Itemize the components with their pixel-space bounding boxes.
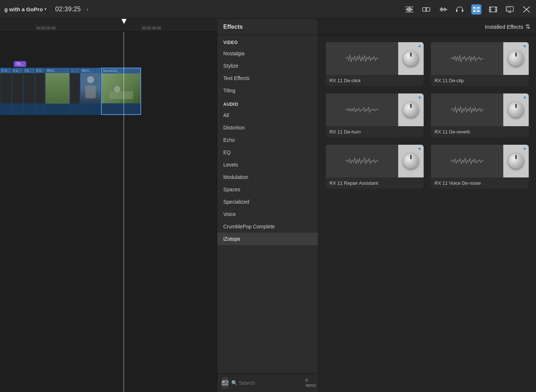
forward-arrow-icon[interactable]: ›	[87, 6, 88, 13]
waveform-area-de-hum	[326, 93, 398, 126]
effects-browse-icon[interactable]	[222, 377, 228, 389]
installed-panel-title: Installed Effects	[485, 24, 523, 30]
effects-item-crumblepop[interactable]: CrumblePop Complete	[217, 220, 318, 233]
clip-4[interactable]: 0914...	[45, 68, 70, 115]
waveform-area-de-click	[326, 42, 398, 75]
effects-item-specialized[interactable]: Specialized	[217, 196, 318, 208]
effects-item-levels[interactable]: Levels	[217, 159, 318, 171]
effects-item-eq[interactable]: EQ	[217, 146, 318, 159]
installed-panel: Installed Effects ⇅ RX 11 De-c	[319, 19, 536, 392]
effects-item-stylize[interactable]: Stylize	[217, 60, 318, 72]
waveform-area-repair	[326, 145, 398, 177]
clip-5-label: ...	[70, 68, 80, 73]
effect-card-repair-assistant[interactable]: RX 11 Repair Assistant	[326, 145, 424, 189]
effect-card-repair-label: RX 11 Repair Assistant	[326, 177, 424, 189]
toolbar-icons	[404, 4, 532, 15]
effect-card-de-reverb[interactable]: RX 11 De-reverb	[431, 93, 529, 137]
svg-rect-43	[85, 85, 96, 99]
timeline-area: Th... C 0.. 0 1.. ( 0.. 0 1. 0914...	[0, 32, 217, 392]
purple-clip-label[interactable]: Th...	[14, 61, 26, 67]
svg-rect-24	[477, 10, 480, 12]
clip-5[interactable]: ...	[70, 68, 80, 115]
effect-card-de-reverb-label: RX 11 De-reverb	[431, 126, 529, 137]
effects-panel-header: Effects	[217, 19, 318, 35]
effect-card-voice-denoise-label: RX 11 Voice De-noise	[431, 177, 529, 189]
title-chevron-icon: ▾	[44, 7, 47, 12]
effect-card-repair-thumb	[326, 145, 424, 177]
knob-voice-denoise	[508, 153, 524, 169]
waveform-area-voice-denoise	[431, 145, 503, 177]
effects-item-izotope[interactable]: iZotope	[217, 233, 318, 245]
knob-area-de-reverb	[503, 93, 529, 126]
clip-6-thumb	[80, 73, 101, 104]
effects-item-echo[interactable]: Echo	[217, 134, 318, 146]
effect-card-de-clip-thumb	[431, 42, 529, 75]
effect-card-de-hum[interactable]: RX 11 De-hum	[326, 93, 424, 137]
clip-6[interactable]: 0914...	[80, 68, 101, 115]
knob-repair	[403, 153, 419, 169]
clip-7[interactable]: 09142024_...	[101, 68, 141, 115]
clip-3[interactable]: 0 1.	[35, 68, 45, 115]
clip-0[interactable]: C 0..	[0, 68, 12, 115]
svg-rect-28	[489, 7, 491, 8]
effects-item-tiling[interactable]: Tiling	[217, 84, 318, 97]
svg-rect-22	[477, 7, 480, 9]
waveform-area-de-reverb	[431, 93, 503, 126]
search-container: 🔍	[231, 380, 303, 386]
effects-item-nostalgia[interactable]: Nostalgia	[217, 47, 318, 60]
effects-item-distortion[interactable]: Distortion	[217, 121, 318, 134]
effects-item-voice[interactable]: Voice	[217, 208, 318, 220]
effect-card-de-click-thumb	[326, 42, 424, 75]
installed-sort-icon[interactable]: ⇅	[525, 23, 530, 30]
knob-de-click	[403, 51, 419, 66]
timeline-tool-icon[interactable]	[404, 4, 415, 15]
headphone-icon[interactable]	[455, 4, 465, 15]
svg-rect-0	[406, 9, 407, 10]
effects-search-input[interactable]	[239, 380, 303, 386]
effect-card-de-hum-thumb	[326, 93, 424, 126]
knob-de-clip	[508, 51, 524, 66]
effects-item-spaces[interactable]: Spaces	[217, 183, 318, 196]
clip-2-thumb	[24, 73, 35, 104]
project-title[interactable]: g with a GoPro ▾	[4, 6, 47, 12]
knob-de-hum	[403, 102, 419, 117]
effects-list: VIDEO Nostalgia Stylize Text Effects Til…	[217, 35, 318, 373]
timecode-display: 02:39:25	[55, 5, 81, 13]
effect-card-de-click[interactable]: RX 11 De-click	[326, 42, 424, 86]
monitor-icon[interactable]	[505, 4, 515, 15]
effects-video-header: VIDEO	[217, 35, 318, 47]
effect-card-de-click-label: RX 11 De-click	[326, 75, 424, 86]
knob-area-voice-denoise	[503, 145, 529, 177]
close-view-icon[interactable]	[521, 4, 532, 15]
effect-card-de-hum-label: RX 11 De-hum	[326, 126, 424, 137]
svg-rect-29	[489, 9, 491, 10]
blade-tool-icon[interactable]	[421, 4, 431, 15]
svg-point-45	[114, 86, 120, 92]
knob-area-de-click	[398, 42, 424, 75]
film-export-icon[interactable]	[488, 4, 498, 15]
svg-rect-1	[407, 8, 408, 11]
title-text: g with a GoPro	[4, 6, 43, 12]
transform-icon[interactable]	[471, 4, 481, 15]
effects-item-text-effects[interactable]: Text Effects	[217, 72, 318, 84]
audio-waveform-icon[interactable]	[438, 4, 448, 15]
installed-header: Installed Effects ⇅	[319, 19, 536, 35]
clip-4-thumb	[45, 73, 69, 104]
effects-footer: 🔍 6 items	[217, 373, 318, 392]
clip-2[interactable]: ( 0..	[23, 68, 35, 115]
clip-1[interactable]: 0 1..	[12, 68, 23, 115]
effect-card-de-clip[interactable]: RX 11 De-clip	[431, 42, 529, 86]
effect-card-de-clip-label: RX 11 De-clip	[431, 75, 529, 86]
clip-0-waveform	[0, 104, 11, 115]
effects-panel: Effects VIDEO Nostalgia Stylize Text Eff…	[217, 19, 319, 392]
svg-rect-7	[423, 8, 426, 11]
clip-7-thumb	[102, 73, 140, 103]
clip-2-label: ( 0..	[24, 68, 35, 73]
effects-item-all[interactable]: All	[217, 109, 318, 121]
clip-3-thumb	[35, 73, 45, 104]
effect-card-voice-denoise[interactable]: RX 11 Voice De-noise	[431, 145, 529, 189]
effects-item-modulation[interactable]: Modulation	[217, 171, 318, 183]
clip-3-label: 0 1.	[35, 68, 45, 73]
clip-7-waveform	[102, 103, 140, 114]
clip-0-thumb	[0, 73, 11, 104]
